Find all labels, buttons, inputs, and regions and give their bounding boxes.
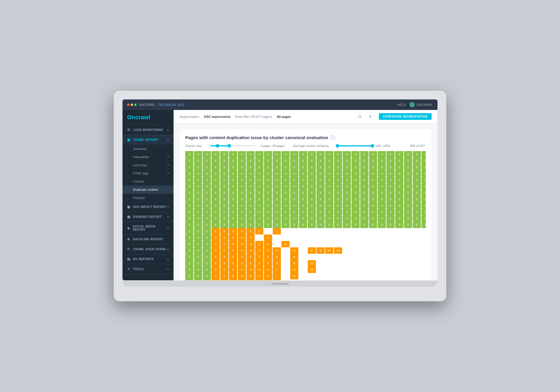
heatmap-cell: 2 xyxy=(334,151,342,158)
dot-close[interactable] xyxy=(127,104,130,106)
heatmap-row: 22222222222222222222222222222222222 xyxy=(185,215,426,222)
monitor-icon-btn[interactable]: ⊡ xyxy=(356,113,364,121)
heatmap-cell: 2 xyxy=(351,151,360,158)
heatmap-cell: 2 xyxy=(185,170,193,177)
sidebar-section-seo: ▦ SEO IMPACT REPORT ▼ xyxy=(123,202,174,212)
heatmap-cell xyxy=(334,241,342,247)
heatmap-cell xyxy=(378,235,386,241)
scroll-area[interactable]: Pages with content duplication issue by … xyxy=(174,123,438,280)
heatmap-cell: 2 xyxy=(343,158,351,164)
heatmap-cell: 2 xyxy=(316,196,325,202)
heatmap-cell xyxy=(404,273,412,279)
heatmap-cell: 2 xyxy=(229,209,237,215)
heatmap-cell xyxy=(325,241,333,247)
heatmap-cell: 2 xyxy=(299,177,307,183)
dot-minimize[interactable] xyxy=(131,104,133,106)
heatmap-cell: 2 xyxy=(421,158,426,164)
sidebar-item-summary[interactable]: Summary xyxy=(123,145,174,153)
sidebar-item-crawl-report[interactable]: ▦ CRAWL REPORT ▲ xyxy=(123,135,174,145)
avg-similarity-range-group: 14% 100% xyxy=(337,144,391,148)
sidebar-item-logs-monitoring[interactable]: ☰ LOGS MONITORING ▼ xyxy=(123,125,174,135)
logo-crawl: crawl xyxy=(135,114,150,120)
cluster-size-track[interactable] xyxy=(211,145,257,146)
heatmap-cell: 4 xyxy=(255,247,263,254)
heatmap-cell: 2 xyxy=(299,202,307,209)
heatmap-cell: 2 xyxy=(351,183,360,190)
heatmap-cell: 2 xyxy=(185,241,193,247)
heatmap-cell: 2 xyxy=(229,190,237,196)
configure-btn[interactable]: CONFIGURE SEGMENTATION xyxy=(379,113,432,120)
avg-similarity-thumb-right[interactable] xyxy=(371,144,374,148)
sidebar-item-social-media[interactable]: ◈ SOCIAL MEDIA REPORT ▼ xyxy=(123,222,174,234)
sidebar-item-crawl-over-crawl[interactable]: ⟳ CRAWL OVER CRAWL ▼ xyxy=(123,244,174,254)
breadcrumb-oncrawl[interactable]: ONCRAWL xyxy=(139,103,155,106)
user-label[interactable]: ONCRAWL xyxy=(416,103,433,106)
cluster-controls: Cluster size 2 pages 48 pages xyxy=(185,144,426,148)
sidebar-section-logs: ☰ LOGS MONITORING ▼ xyxy=(123,125,174,135)
cluster-size-thumb-left[interactable] xyxy=(216,144,219,148)
sidebar-item-duplicate-content[interactable]: Duplicate content xyxy=(123,186,174,194)
heatmap-cell: 2 xyxy=(281,158,290,164)
sidebar-item-html-tags[interactable]: HTML tags ▼ xyxy=(123,169,174,177)
heatmap-cell xyxy=(386,267,395,273)
sidebar-section-crawlover: ⟳ CRAWL OVER CRAWL ▼ xyxy=(123,244,174,254)
heatmap-cell: 2 xyxy=(334,170,342,177)
help-link[interactable]: HELP xyxy=(398,103,406,106)
heatmap-cell: 2 xyxy=(299,158,307,164)
help-icon[interactable]: ? xyxy=(330,135,335,140)
sidebar-item-content[interactable]: Content xyxy=(123,177,174,186)
heatmap-cell: 2 xyxy=(421,190,426,196)
heatmap-cell xyxy=(343,247,351,254)
heatmap-cell: 2 xyxy=(386,151,395,158)
heatmap-cell: 2 xyxy=(238,222,246,228)
info-icon-btn[interactable]: ℹ xyxy=(366,113,374,121)
heatmap-cell: 2 xyxy=(220,196,228,202)
sidebar-item-seo-impact[interactable]: ▦ SEO IMPACT REPORT ▼ xyxy=(123,202,174,212)
heatmap-cell: 2 xyxy=(194,158,202,164)
heatmap-cell: 2 xyxy=(194,247,202,254)
cluster-size-thumb-right[interactable] xyxy=(228,144,231,148)
sidebar-item-my-reports[interactable]: ▤ MY REPORTS ▼ xyxy=(123,254,174,264)
heatmap-cell: 2 xyxy=(185,151,193,158)
heatmap-cell: 2 xyxy=(203,260,211,267)
avg-similarity-track[interactable] xyxy=(337,145,372,146)
heatmap-cell xyxy=(273,235,281,241)
heatmap-cell xyxy=(360,241,368,247)
sidebar-item-backlink[interactable]: ⊕ BACKLINK REPORT xyxy=(123,235,174,244)
logo-area: Oncrawl xyxy=(123,110,174,125)
heatmap-cell: 2 xyxy=(404,183,412,190)
heatmap-cell: 2 xyxy=(203,247,211,254)
crawlover-icon: ⟳ xyxy=(127,247,131,251)
heatmap-cell xyxy=(299,273,307,279)
backlink-icon: ⊕ xyxy=(127,237,131,241)
sidebar-item-ranking[interactable]: ▦ RANKING REPORT ▼ xyxy=(123,212,174,222)
dot-maximize[interactable] xyxy=(134,104,136,106)
heatmap-cell xyxy=(334,235,342,241)
sidebar-section-social: ◈ SOCIAL MEDIA REPORT ▼ xyxy=(123,222,174,235)
heatmap-cell: 2 xyxy=(194,222,202,228)
sidebar-item-links-flow[interactable]: Links flow ▼ xyxy=(123,161,174,169)
sidebar-item-payload[interactable]: Payload xyxy=(123,194,174,202)
avg-similarity-thumb-left[interactable] xyxy=(336,144,339,148)
heatmap-cell: 2 xyxy=(185,158,193,164)
sidebar-item-tools[interactable]: ✕ TOOLS ▼ xyxy=(123,264,174,274)
heatmap-cell: 3 xyxy=(220,241,228,247)
heatmap-cell: 2 xyxy=(369,215,377,222)
heatmap-cell: 2 xyxy=(246,196,255,202)
heatmap-cell xyxy=(404,267,412,273)
heatmap-cell xyxy=(290,241,298,247)
heatmap-cell: 2 xyxy=(343,209,351,215)
heatmap-cell: 2 xyxy=(255,196,263,202)
sidebar-item-indexability[interactable]: Indexability ▼ xyxy=(123,153,174,161)
heatmap-cell: 8 xyxy=(290,247,298,254)
heatmap-cell: 2 xyxy=(238,190,246,196)
laptop-base xyxy=(123,281,438,287)
heatmap-cell: 2 xyxy=(386,222,395,228)
heatmap-cell: 2 xyxy=(290,222,298,228)
heatmap-cell: 2 xyxy=(246,190,255,196)
logo: Oncrawl xyxy=(127,114,169,121)
heatmap-cell: 2 xyxy=(229,164,237,170)
breadcrumb-technical-seo[interactable]: TECHNICAL SEO xyxy=(159,103,184,106)
heatmap-cell: 2 xyxy=(273,170,281,177)
heatmap-cell: 6 xyxy=(273,247,281,254)
